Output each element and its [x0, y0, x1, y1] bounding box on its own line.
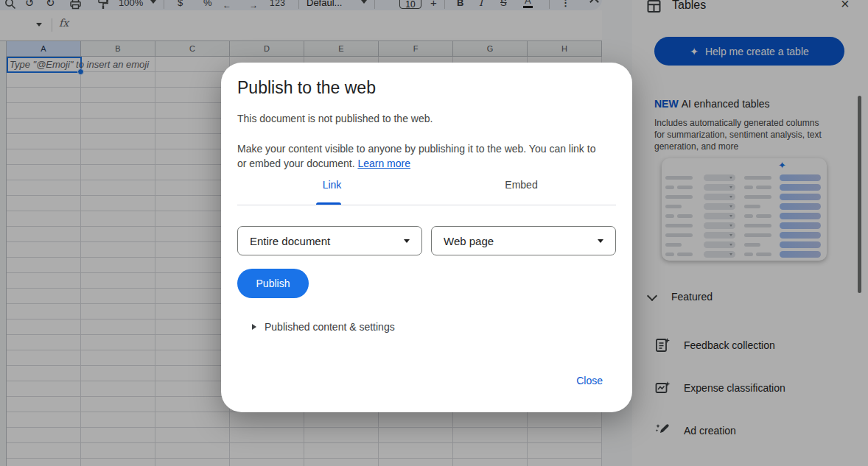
- chevron-down-icon: [598, 239, 603, 243]
- dialog-description: Make your content visible to anyone by p…: [237, 141, 607, 171]
- dialog-close-button[interactable]: Close: [576, 375, 603, 386]
- dialog-tabs: Link Embed: [237, 179, 616, 202]
- chevron-down-icon: [404, 239, 410, 243]
- dialog-title: Publish to the web: [237, 78, 376, 98]
- publish-status-text: This document is not published to the we…: [237, 113, 433, 124]
- published-content-settings-expander[interactable]: Published content & settings: [252, 320, 395, 334]
- publish-dialog: Publish to the web This document is not …: [221, 63, 632, 412]
- triangle-right-icon: [252, 324, 256, 330]
- publish-scope-select[interactable]: Entire document: [237, 226, 422, 255]
- tab-link[interactable]: Link: [237, 179, 427, 202]
- publish-button[interactable]: Publish: [237, 269, 309, 298]
- tab-embed[interactable]: Embed: [427, 179, 616, 202]
- sheets-screen: ↺ ↻ 100% $ % .0← .00→ 123 Defaul...: [0, 0, 868, 466]
- learn-more-link[interactable]: Learn more: [357, 158, 410, 169]
- tabs-divider: [237, 205, 616, 205]
- publish-format-select[interactable]: Web page: [431, 226, 616, 255]
